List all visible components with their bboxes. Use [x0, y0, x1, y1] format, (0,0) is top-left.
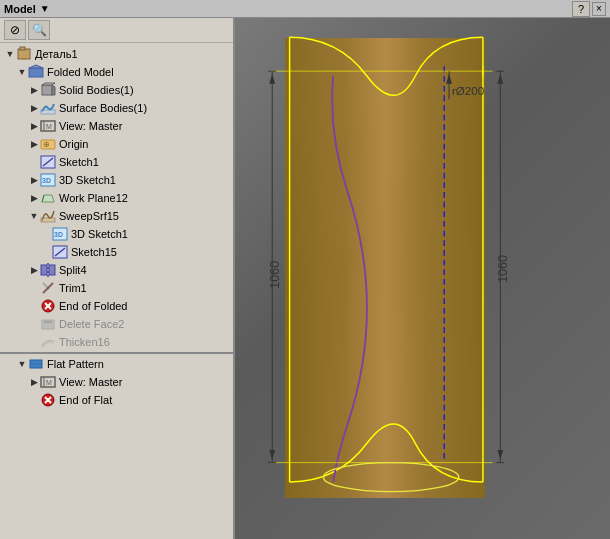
surface-bodies-expander[interactable]: ▶ [28, 102, 40, 114]
split4-label: Split4 [59, 264, 87, 276]
svg-marker-49 [269, 74, 275, 84]
thicken16-icon [40, 334, 56, 350]
tree-container[interactable]: ▼ Деталь1 ▼ Folded Mod [0, 43, 233, 539]
main-layout: ⊘ 🔍 ▼ Деталь1 ▼ [0, 18, 610, 539]
tree-item-sketch15[interactable]: Sketch15 [0, 243, 233, 261]
delete-face2-label: Delete Face2 [59, 318, 124, 330]
svg-marker-60 [446, 74, 452, 84]
tree-item-3dsketch1-child[interactable]: 3D 3D Sketch1 [0, 225, 233, 243]
close-button[interactable]: × [592, 2, 606, 16]
svg-text:M: M [46, 379, 52, 386]
flat-pattern-icon [28, 356, 44, 372]
tree-item-trim1[interactable]: Trim1 [0, 279, 233, 297]
svg-rect-4 [42, 85, 52, 95]
svg-text:1060: 1060 [268, 261, 282, 289]
viewport[interactable]: 1060 1060 rØ200 [235, 18, 610, 539]
solid-bodies-expander[interactable]: ▶ [28, 84, 40, 96]
solid-bodies-label: Solid Bodies(1) [59, 84, 134, 96]
tree-item-view-master2[interactable]: ▶ M View: Master [0, 373, 233, 391]
left-panel: ⊘ 🔍 ▼ Деталь1 ▼ [0, 18, 235, 539]
tree-item-surface-bodies[interactable]: ▶ Surface Bodies(1) [0, 99, 233, 117]
svg-text:⊕: ⊕ [43, 140, 50, 149]
end-of-folded-label: End of Folded [59, 300, 128, 312]
flat-pattern-label: Flat Pattern [47, 358, 104, 370]
workplane12-expander[interactable]: ▶ [28, 192, 40, 204]
title-text: Model [4, 3, 36, 15]
surface-bodies-icon [40, 100, 56, 116]
svg-rect-25 [49, 265, 55, 275]
3dsketch1-child-label: 3D Sketch1 [71, 228, 128, 240]
title-bar: Model ▼ ? × [0, 0, 610, 18]
tree-toolbar: ⊘ 🔍 [0, 18, 233, 43]
help-button[interactable]: ? [572, 1, 590, 17]
svg-marker-3 [29, 65, 43, 68]
svg-marker-56 [497, 450, 503, 460]
3dsketch1-icon: 3D [40, 172, 56, 188]
svg-rect-2 [29, 68, 43, 77]
3dsketch1-expander[interactable]: ▶ [28, 174, 40, 186]
root-icon [16, 46, 32, 62]
svg-text:M: M [46, 123, 52, 130]
svg-marker-55 [497, 74, 503, 84]
title-bar-right: ? × [572, 1, 606, 17]
tree-item-folded-model[interactable]: ▼ Folded Model [0, 63, 233, 81]
sketch15-icon [52, 244, 68, 260]
view-master1-expander[interactable]: ▶ [28, 120, 40, 132]
svg-rect-19 [41, 218, 55, 222]
svg-text:rØ200: rØ200 [452, 85, 484, 97]
tree-item-split4[interactable]: ▶ Split4 [0, 261, 233, 279]
flat-pattern-expander[interactable]: ▼ [16, 358, 28, 370]
sweepsrf15-icon [40, 208, 56, 224]
sketch1-label: Sketch1 [59, 156, 99, 168]
view-master2-label: View: Master [59, 376, 122, 388]
view-master1-icon: M [40, 118, 56, 134]
svg-text:1060: 1060 [496, 255, 510, 283]
tree-root[interactable]: ▼ Деталь1 [0, 45, 233, 63]
split4-icon [40, 262, 56, 278]
tree-item-3dsketch1[interactable]: ▶ 3D 3D Sketch1 [0, 171, 233, 189]
svg-marker-50 [269, 450, 275, 460]
svg-point-45 [323, 463, 458, 492]
title-bar-left: Model ▼ [4, 3, 50, 15]
tree-item-origin[interactable]: ▶ ⊕ Origin [0, 135, 233, 153]
sketch15-label: Sketch15 [71, 246, 117, 258]
view-master2-icon: M [40, 374, 56, 390]
folded-model-label: Folded Model [47, 66, 114, 78]
tree-item-thicken16[interactable]: Thicken16 [0, 333, 233, 351]
trim1-icon [40, 280, 56, 296]
filter-button[interactable]: ⊘ [4, 20, 26, 40]
root-label: Деталь1 [35, 48, 78, 60]
svg-text:3D: 3D [54, 231, 63, 238]
folded-model-expander[interactable]: ▼ [16, 66, 28, 78]
view-master1-label: View: Master [59, 120, 122, 132]
tree-item-solid-bodies[interactable]: ▶ Solid Bodies(1) [0, 81, 233, 99]
svg-rect-7 [41, 110, 55, 114]
end-of-flat-icon [40, 392, 56, 408]
split4-expander[interactable]: ▶ [28, 264, 40, 276]
root-expander[interactable]: ▼ [4, 48, 16, 60]
tree-item-view-master1[interactable]: ▶ M View: Master [0, 117, 233, 135]
3dsketch1-child-icon: 3D [52, 226, 68, 242]
tree-item-end-of-flat[interactable]: End of Flat [0, 391, 233, 409]
view-master2-expander[interactable]: ▶ [28, 376, 40, 388]
origin-label: Origin [59, 138, 88, 150]
svg-rect-30 [42, 320, 54, 329]
workplane12-icon [40, 190, 56, 206]
tree-item-sketch1[interactable]: Sketch1 [0, 153, 233, 171]
tree-item-flat-pattern[interactable]: ▼ Flat Pattern [0, 355, 233, 373]
sketch1-icon [40, 154, 56, 170]
delete-face2-icon [40, 316, 56, 332]
solid-bodies-icon [40, 82, 56, 98]
tree-item-delete-face2[interactable]: Delete Face2 [0, 315, 233, 333]
surface-bodies-label: Surface Bodies(1) [59, 102, 147, 114]
svg-marker-5 [52, 85, 55, 95]
tree-item-workplane12[interactable]: ▶ Work Plane12 [0, 189, 233, 207]
tree-item-sweepsrf15[interactable]: ▼ SweepSrf15 [0, 207, 233, 225]
section-divider [0, 352, 233, 354]
tree-item-end-of-folded[interactable]: End of Folded [0, 297, 233, 315]
sweepsrf15-expander[interactable]: ▼ [28, 210, 40, 222]
search-button[interactable]: 🔍 [28, 20, 50, 40]
viewport-svg: 1060 1060 rØ200 [235, 18, 610, 539]
origin-expander[interactable]: ▶ [28, 138, 40, 150]
dropdown-arrow[interactable]: ▼ [40, 3, 50, 14]
